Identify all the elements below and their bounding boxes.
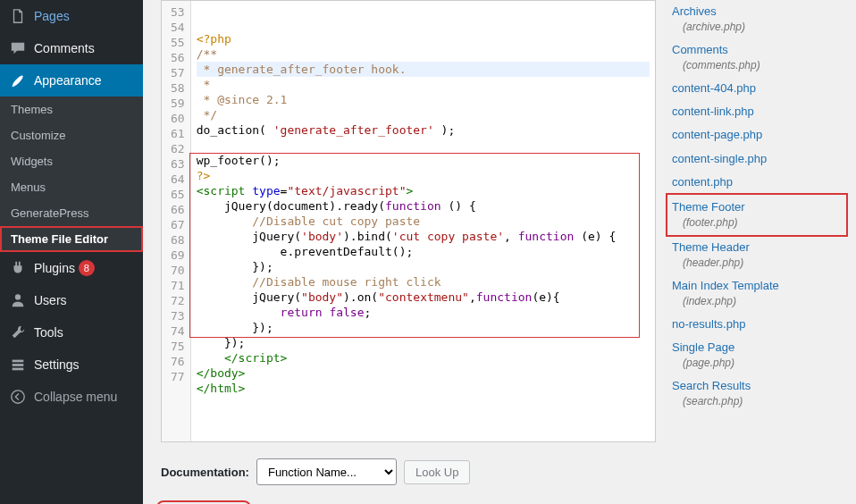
- submenu-item-theme-file-editor[interactable]: Theme File Editor: [0, 226, 143, 252]
- file-item[interactable]: content-link.php: [667, 100, 847, 123]
- submenu-item-widgets[interactable]: Widgets: [0, 148, 143, 174]
- appearance-icon: [9, 71, 27, 89]
- file-item[interactable]: Single Page(page.php): [667, 336, 847, 374]
- file-item[interactable]: content-404.php: [667, 77, 847, 100]
- documentation-row: Documentation: Function Name... Look Up: [161, 458, 656, 485]
- plugins-icon: [9, 259, 27, 277]
- tools-icon: [9, 323, 27, 341]
- submenu-item-themes[interactable]: Themes: [0, 97, 143, 122]
- line-number-gutter: 5354555657585960616263646566676869707172…: [162, 1, 191, 441]
- sidebar-label: Tools: [34, 325, 63, 340]
- file-item[interactable]: Comments(comments.php): [667, 38, 847, 77]
- file-item[interactable]: no-results.php: [667, 313, 847, 336]
- submenu-item-customize[interactable]: Customize: [0, 122, 143, 148]
- sidebar-label: Pages: [34, 9, 70, 23]
- sidebar-label: Comments: [34, 41, 95, 55]
- code-view[interactable]: <?php/** * generate_after_footer hook. *…: [191, 1, 655, 441]
- svg-rect-1: [13, 360, 24, 363]
- svg-point-4: [12, 391, 24, 403]
- pages-icon: [9, 7, 27, 25]
- sidebar-item-collapse[interactable]: Collapse menu: [0, 381, 143, 413]
- file-item[interactable]: Theme Footer(footer.php): [667, 194, 847, 236]
- file-item[interactable]: Search Results(search.php): [667, 374, 847, 413]
- file-item[interactable]: Theme Header(header.php): [667, 236, 847, 274]
- svg-rect-3: [13, 368, 24, 371]
- submenu-item-generatepress[interactable]: GeneratePress: [0, 200, 143, 226]
- main-content: 5354555657585960616263646566676869707172…: [143, 0, 856, 504]
- submenu-item-menus[interactable]: Menus: [0, 174, 143, 200]
- file-item[interactable]: Archives(archive.php): [667, 0, 847, 38]
- sidebar-item-settings[interactable]: Settings: [0, 349, 143, 381]
- sidebar-label: Settings: [34, 357, 80, 372]
- admin-sidebar: Pages Comments Appearance Themes Customi…: [0, 0, 143, 504]
- function-name-select[interactable]: Function Name...: [256, 458, 397, 485]
- plugins-badge: 8: [79, 260, 95, 276]
- code-editor[interactable]: 5354555657585960616263646566676869707172…: [161, 0, 656, 442]
- file-item[interactable]: content.php: [667, 171, 847, 194]
- sidebar-item-pages[interactable]: Pages: [0, 0, 143, 32]
- file-item[interactable]: Main Index Template(index.php): [667, 274, 847, 313]
- sidebar-item-appearance[interactable]: Appearance: [0, 64, 143, 97]
- collapse-icon: [9, 388, 27, 406]
- users-icon: [9, 291, 27, 309]
- sidebar-item-users[interactable]: Users: [0, 284, 143, 316]
- file-item[interactable]: content-single.php: [667, 147, 847, 171]
- editor-column: 5354555657585960616263646566676869707172…: [161, 0, 667, 504]
- sidebar-item-comments[interactable]: Comments: [0, 32, 143, 64]
- sidebar-item-tools[interactable]: Tools: [0, 316, 143, 349]
- file-item[interactable]: content-page.php: [667, 123, 847, 147]
- sidebar-item-plugins[interactable]: Plugins 8: [0, 252, 143, 284]
- sidebar-label: Users: [34, 293, 67, 307]
- sidebar-label: Collapse menu: [34, 390, 117, 404]
- appearance-submenu: Themes Customize Widgets Menus GenerateP…: [0, 97, 143, 252]
- sidebar-label: Plugins: [34, 261, 75, 275]
- lookup-button[interactable]: Look Up: [404, 460, 470, 484]
- svg-point-0: [15, 294, 21, 299]
- svg-rect-2: [13, 364, 24, 366]
- documentation-label: Documentation:: [161, 466, 249, 479]
- sidebar-label: Appearance: [34, 73, 102, 88]
- settings-icon: [9, 356, 27, 374]
- theme-file-list: Archives(archive.php)Comments(comments.p…: [667, 0, 856, 504]
- comments-icon: [9, 39, 27, 57]
